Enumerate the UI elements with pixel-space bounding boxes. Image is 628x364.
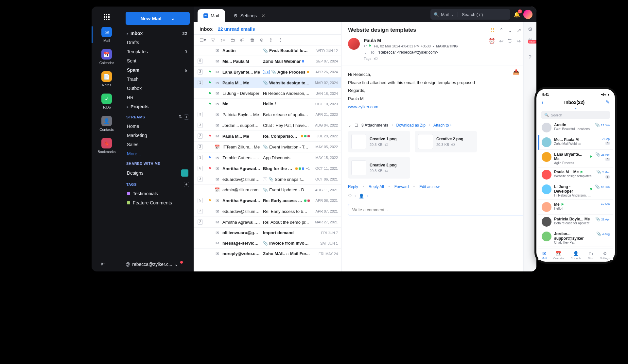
folder-hr[interactable]: HR [123, 93, 192, 102]
reply-link[interactable]: Reply [348, 184, 358, 189]
reply-all-link[interactable]: Reply All [369, 184, 384, 189]
popout-icon[interactable]: ↗ [517, 27, 521, 33]
reply-icon[interactable]: ↩ [499, 38, 503, 44]
phone-tab-mail[interactable]: ✉Mail [542, 251, 547, 260]
filter-icon[interactable]: ▽ [211, 37, 215, 43]
folder-drafts[interactable]: Drafts [123, 38, 192, 47]
reminder-icon[interactable]: ⏰ [489, 38, 495, 44]
stream-home[interactable]: Home [122, 122, 194, 131]
folder-outbox[interactable]: Outbox [123, 84, 192, 93]
phone-search[interactable]: 🔍Search [541, 111, 610, 119]
tag-icon[interactable]: 🏷 [240, 37, 245, 43]
message-row[interactable]: 6 ⚑ ✉ Amritha Agrawal... ... Blog for th… [194, 163, 341, 174]
tab-mail[interactable]: ✉Mail [198, 9, 225, 22]
rail-calendar[interactable]: 📅Calendar [92, 46, 122, 68]
signature-link[interactable]: www.zylker.com [348, 104, 378, 109]
attachment-tag-icon[interactable]: 🏷 [384, 169, 388, 173]
expand-recipients-icon[interactable]: ⌄ [364, 50, 367, 55]
phone-message-row[interactable]: Patricia Boyle... MeBeta release for app… [538, 215, 613, 229]
unread-count-link[interactable]: 22 unread emails [218, 26, 255, 32]
attachment-card[interactable]: Creative 3.png20.3 KB🏷 [348, 157, 410, 179]
color-icon[interactable]: ⠿ [491, 27, 495, 33]
next-message-icon[interactable]: ⌄ [508, 27, 512, 33]
phone-tab-contacts[interactable]: 👤Contacts [571, 251, 581, 260]
phone-message-row[interactable]: Paula M... Me⚑Website design templates 📎… [538, 167, 613, 182]
message-row[interactable]: ⚑ ✉ Me Hello ! OCT 10, 2023 [194, 99, 341, 109]
share-icon[interactable]: ⇪ [269, 37, 273, 43]
rail-todo[interactable]: ✓ToDo [92, 90, 122, 113]
select-all-checkbox[interactable]: ☐▾ [200, 37, 206, 43]
message-row[interactable]: 2 ✉ Amritha Agrawal... ... Re: About the… [194, 217, 341, 228]
reply-all-icon[interactable]: ⮌ [507, 38, 513, 44]
message-row[interactable]: 3 ✉ Jordan... support@z... Chat : Hey Pa… [194, 120, 341, 131]
expand-attachments-icon[interactable]: ⌄ [348, 123, 351, 128]
shared-item-designs[interactable]: Designs [122, 167, 194, 179]
comment-input[interactable] [348, 204, 530, 216]
add-tag-icon[interactable]: 🏷 [374, 57, 377, 61]
attachment-card[interactable]: Creative 2.png20.3 KB🏷 [415, 131, 477, 152]
folder-inbox[interactable]: ▸Inbox22 [123, 29, 192, 38]
add-reaction-icon[interactable]: + [367, 194, 369, 199]
like-icon[interactable]: ♡ [348, 194, 352, 199]
spam-icon[interactable]: ⊘ [260, 37, 264, 43]
sort-icon[interactable]: ↕≡ [220, 37, 225, 43]
message-row[interactable]: 2 ✉ eduardov@zillum.c... Re: Early acces… [194, 206, 341, 217]
rail-notes[interactable]: 📄Notes [92, 68, 122, 90]
phone-tab-calendar[interactable]: 📅Calendar [553, 251, 564, 260]
attachment-tag-icon[interactable]: 🏷 [451, 143, 455, 147]
message-row[interactable]: 3 ✉ Patricia Boyle... Me Beta release of… [194, 109, 341, 120]
phone-expand-icon[interactable]: ⌄ [538, 106, 613, 110]
streams-sort-icon[interactable]: ⇅ [179, 114, 182, 120]
phone-message-row[interactable]: AustinFwd: Beautiful Locations 📎 12 Jun [538, 120, 613, 135]
message-row[interactable]: ✉ noreply@zoho.com Zoho MAIL :: Mail For… [194, 249, 341, 259]
phone-message-row[interactable]: Jordan... support@zylkerChat: Hey Pat 📎 … [538, 229, 613, 247]
tab-settings[interactable]: ⚙Settings✕ [228, 9, 271, 22]
stream-more[interactable]: More .. [122, 149, 194, 158]
close-tab-icon[interactable]: ✕ [261, 13, 265, 18]
message-row[interactable]: 2 📅 ITTeam Zillum... Me 📎Event Invitatio… [194, 142, 341, 152]
message-row[interactable]: 5 ⚑ ✉ Amritha Agrawal... ... Re: Early a… [194, 195, 341, 206]
folder-projects[interactable]: ▸Projects [123, 102, 192, 111]
rail-bookmarks[interactable]: 🔖Bookmarks [92, 135, 122, 157]
phone-compose-button[interactable]: ✎ [605, 99, 610, 105]
attachment-card[interactable]: Creative 1.png20.3 KB🏷 [348, 131, 410, 152]
stream-sales[interactable]: Sales [122, 140, 194, 149]
tag-testimonials[interactable]: Testimonials [122, 189, 194, 198]
apps-grid-button[interactable] [100, 10, 113, 24]
add-tag-button[interactable]: + [184, 182, 189, 187]
message-row[interactable]: 3 ⚑ ✉ Zombie Cutters... le... App Discou… [194, 152, 341, 163]
invite-icon[interactable]: 👤 [359, 194, 364, 199]
forward-link[interactable]: Forward [394, 184, 409, 189]
download-zip-link[interactable]: Download as Zip [396, 123, 425, 128]
gear-icon[interactable]: ⚙ [528, 26, 532, 32]
new-mail-button[interactable]: New Mail⌄ [126, 12, 190, 25]
attach-to-link[interactable]: Attach to › [433, 123, 451, 128]
message-row[interactable]: 📅 admin@zillum.com 📎Event Updated - De..… [194, 185, 341, 195]
message-row[interactable]: 2 ⚑ ✉ Paula M... Me Re. Comparison ... J… [194, 131, 341, 142]
search-bar[interactable]: 🔍Mail⌄ Search ( / ) [430, 9, 510, 20]
message-row[interactable]: 3 ⚑ ✉ Lana Bryante... Me 1 ≡📎Agile Proce… [194, 67, 341, 78]
stream-marketing[interactable]: Marketing [122, 131, 194, 140]
more-icon[interactable]: ⋮ [278, 37, 283, 43]
folder-templates[interactable]: Templates3 [123, 47, 192, 56]
phone-message-row[interactable]: Lana Bryante... Me⚑Agile Process 📎 26 Ap… [538, 150, 613, 167]
phone-tab-settings[interactable]: ⚙Settings [600, 251, 610, 260]
message-list[interactable]: ✉ Austin 📎Fwd: Beautiful locati... WED J… [194, 45, 341, 271]
message-row[interactable]: ✉ Austin 📎Fwd: Beautiful locati... WED J… [194, 45, 341, 56]
folder-trash[interactable]: Trash [123, 75, 192, 84]
message-row[interactable]: ✉ olilienwuaru@gmai... Import demand FRI… [194, 228, 341, 238]
folder-sent[interactable]: Sent [123, 56, 192, 65]
folder-spam[interactable]: Spam6 [123, 65, 192, 75]
phone-message-row[interactable]: Me... Paula MZoho Mail Webinar 7 Sep5 [538, 135, 613, 150]
rail-mail[interactable]: ✉Mail [92, 24, 122, 46]
phone-tab-files[interactable]: 🗀Files [588, 251, 593, 260]
message-row[interactable]: 1 ⚑ ✉ Paula M... Me 📎Website design temp… [194, 78, 341, 88]
phone-back-button[interactable]: ‹ [542, 99, 543, 105]
prev-message-icon[interactable]: ⌃ [499, 27, 503, 33]
help-icon[interactable]: ? [529, 54, 532, 60]
tag-feature-comments[interactable]: Feature Comments [122, 198, 194, 207]
phone-message-row[interactable]: Li Jung - Developer⚑Hi Rebecca Anderson,… [538, 182, 613, 200]
notifications-button[interactable]: 🔔2 [514, 11, 520, 18]
phone-message-list[interactable]: AustinFwd: Beautiful Locations 📎 12 Jun … [538, 120, 613, 247]
delete-icon[interactable]: 🗑 [250, 37, 254, 43]
